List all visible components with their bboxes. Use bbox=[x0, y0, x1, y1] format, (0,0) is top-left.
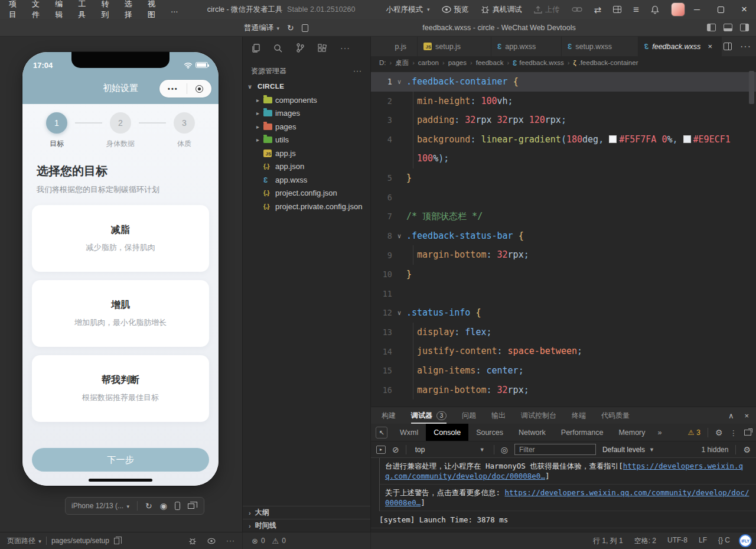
fold-arrow-icon[interactable]: ∨ bbox=[392, 232, 406, 240]
panel-tab-调试控制台[interactable]: 调试控制台 bbox=[521, 407, 556, 424]
statusbar-segment[interactable]: 空格: 2 bbox=[634, 536, 656, 546]
toggle-bottom-panel-icon[interactable] bbox=[724, 24, 732, 31]
preview-button[interactable]: 预览 bbox=[442, 5, 469, 15]
copy-path-icon[interactable] bbox=[114, 538, 119, 544]
fold-arrow-icon[interactable]: ∨ bbox=[392, 309, 406, 317]
tree-item-project.private.config.json[interactable]: {..}project.private.config.json bbox=[243, 200, 370, 213]
clear-console-icon[interactable]: ⊘ bbox=[392, 445, 399, 454]
breadcrumb-item[interactable]: 桌面 bbox=[395, 59, 409, 67]
close-button[interactable]: × bbox=[732, 0, 756, 19]
tree-item-pages[interactable]: ▸pages bbox=[243, 120, 370, 134]
tree-item-project.config.json[interactable]: {..}project.config.json bbox=[243, 187, 370, 200]
panel-tab-代码质量[interactable]: 代码质量 bbox=[601, 407, 630, 424]
more-tabs-icon[interactable]: » bbox=[653, 424, 667, 441]
next-step-button[interactable]: 下一步 bbox=[32, 448, 209, 472]
avatar[interactable] bbox=[671, 2, 685, 17]
source-control-icon[interactable] bbox=[296, 43, 304, 53]
fold-arrow-icon[interactable]: ∨ bbox=[392, 78, 406, 86]
toggle-right-panel-icon[interactable] bbox=[740, 24, 749, 31]
filter-input[interactable]: Filter bbox=[514, 444, 596, 455]
menu-item[interactable]: 项目 bbox=[2, 0, 25, 20]
project-root[interactable]: ∨ CIRCLE bbox=[243, 79, 370, 93]
panel-tab-问题[interactable]: 问题 bbox=[462, 407, 476, 424]
editor-scrollbar[interactable] bbox=[749, 71, 754, 104]
files-icon[interactable] bbox=[252, 44, 260, 53]
devtools-tab-performance[interactable]: Performance bbox=[553, 424, 611, 441]
panel-tab-终端[interactable]: 终端 bbox=[572, 407, 586, 424]
goal-card[interactable]: 增肌增加肌肉，最小化脂肪增长 bbox=[32, 280, 209, 347]
menu-item[interactable]: 文件 bbox=[25, 0, 48, 20]
refresh-icon[interactable]: ↻ bbox=[145, 502, 152, 510]
warning-counter[interactable]: ⚠3 bbox=[687, 428, 700, 437]
devtools-tab-wxml[interactable]: Wxml bbox=[392, 424, 426, 441]
grid-panel-icon[interactable] bbox=[613, 6, 621, 13]
console-sidebar-icon[interactable]: ▸ bbox=[376, 446, 386, 454]
menu-item[interactable]: 工具 bbox=[71, 0, 94, 20]
tab-feedback.wxss[interactable]: 3feedback.wxss× bbox=[638, 37, 722, 56]
multi-window-icon[interactable] bbox=[188, 503, 194, 509]
menu-item[interactable]: … bbox=[164, 5, 185, 14]
maximize-button[interactable] bbox=[709, 0, 732, 19]
upload-button[interactable]: 上传 bbox=[534, 5, 560, 15]
tab-p.js[interactable]: p.js bbox=[371, 37, 418, 56]
kebab-menu-icon[interactable]: ⋮ bbox=[730, 428, 738, 437]
switch-icon[interactable]: ⇄ bbox=[594, 5, 602, 14]
popout-icon[interactable] bbox=[744, 430, 751, 436]
tree-item-images[interactable]: ▸images bbox=[243, 107, 370, 121]
timeline-section[interactable]: › 时间线 bbox=[243, 519, 370, 532]
device-debug-button[interactable]: 真机调试 bbox=[481, 5, 522, 15]
menu-item[interactable]: 编辑 bbox=[48, 0, 71, 20]
outline-section[interactable]: › 大纲 bbox=[243, 506, 370, 519]
goal-card[interactable]: 减脂减少脂肪，保持肌肉 bbox=[32, 205, 209, 272]
code-editor[interactable]: 1∨.feedback-container {2 min-height: 100… bbox=[371, 69, 756, 407]
close-panel-icon[interactable]: × bbox=[744, 411, 749, 420]
menu-item[interactable]: 转到 bbox=[94, 0, 118, 20]
page-path-selector[interactable]: 页面路径 ▾ bbox=[7, 536, 41, 546]
device-selector[interactable]: iPhone 12/13 (... ▾ bbox=[71, 502, 129, 510]
tree-item-app.json[interactable]: {..}app.json bbox=[243, 160, 370, 174]
panel-tab-构建[interactable]: 构建 bbox=[382, 407, 396, 424]
statusbar-segment[interactable]: UTF-8 bbox=[667, 536, 687, 546]
collapse-panel-icon[interactable]: ∧ bbox=[728, 411, 734, 420]
devtools-tab-sources[interactable]: Sources bbox=[468, 424, 511, 441]
menu-item[interactable]: 视图 bbox=[141, 0, 164, 20]
explorer-more-icon[interactable]: ··· bbox=[353, 67, 362, 75]
console-settings-icon[interactable]: ⚙ bbox=[743, 445, 751, 454]
ifly-plugin-badge[interactable]: iFLY bbox=[739, 534, 752, 547]
breadcrumb-item[interactable]: carbon bbox=[418, 59, 439, 66]
link-icon[interactable] bbox=[572, 7, 582, 12]
page-path-value[interactable]: pages/setup/setup bbox=[51, 537, 109, 545]
notification-bell-icon[interactable] bbox=[651, 5, 659, 14]
tab-setup.js[interactable]: JSsetup.js bbox=[418, 37, 491, 56]
extensions-icon[interactable] bbox=[318, 44, 327, 53]
breadcrumb-item[interactable]: D: bbox=[379, 59, 386, 66]
breadcrumb-item[interactable]: 3feedback.wxss bbox=[513, 59, 564, 67]
device-frame-icon[interactable] bbox=[175, 502, 180, 510]
more-icon[interactable]: ··· bbox=[226, 537, 235, 545]
devtools-tab-console[interactable]: Console bbox=[426, 424, 468, 441]
eye-icon[interactable] bbox=[207, 538, 216, 544]
inspect-element-icon[interactable]: ↖ bbox=[376, 427, 387, 438]
tree-item-app.js[interactable]: JSapp.js bbox=[243, 147, 370, 160]
bug-icon[interactable] bbox=[188, 537, 197, 545]
goal-card[interactable]: 帮我判断根据数据推荐最佳目标 bbox=[32, 355, 209, 422]
breadcrumb-item[interactable]: feedback bbox=[476, 59, 504, 66]
more-actions-icon[interactable]: ··· bbox=[340, 43, 350, 53]
statusbar-segment[interactable]: LF bbox=[699, 536, 707, 546]
close-minip-button[interactable] bbox=[195, 85, 203, 93]
mode-selector[interactable]: 小程序模式▾ bbox=[386, 5, 429, 15]
breadcrumb-item[interactable]: pages bbox=[448, 59, 467, 66]
statusbar-problems[interactable]: ⊗0 ⚠0 bbox=[242, 532, 371, 549]
eye-watch-icon[interactable]: ◎ bbox=[501, 445, 508, 454]
more-menu-button[interactable]: ••• bbox=[168, 86, 178, 92]
tab-app.wxss[interactable]: 3app.wxss bbox=[491, 37, 562, 56]
log-levels-selector[interactable]: Default levels ▼ bbox=[602, 446, 654, 454]
devtools-settings-icon[interactable]: ⚙ bbox=[715, 428, 723, 437]
context-selector[interactable]: top ▼ bbox=[413, 444, 487, 455]
panel-tab-调试器[interactable]: 调试器3 bbox=[411, 407, 447, 424]
tab-setup.wxss[interactable]: 3setup.wxss bbox=[562, 37, 638, 56]
tree-item-app.wxss[interactable]: 3app.wxss bbox=[243, 173, 370, 187]
hamburger-menu-icon[interactable]: ≡ bbox=[633, 5, 639, 15]
search-icon[interactable] bbox=[273, 44, 282, 53]
record-icon[interactable]: ◉ bbox=[160, 502, 167, 510]
